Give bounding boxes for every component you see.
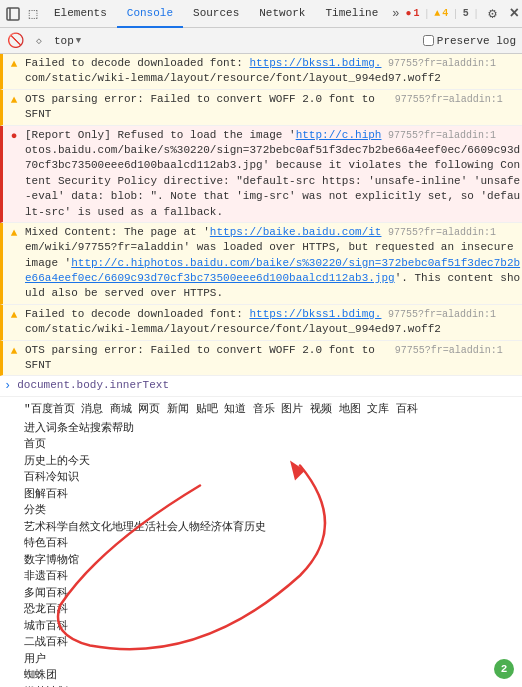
devtools-window: ⬚ Elements Console Sources Network Timel… [0, 0, 522, 687]
inner-text-line: 图解百科 [24, 486, 514, 503]
error-icon: ● [405, 8, 411, 19]
preserve-log-label-text: Preserve log [437, 35, 516, 47]
log-link-0[interactable]: https://bkss1.bdimg. [249, 57, 381, 69]
inner-text-line: 特色百科 [24, 535, 514, 552]
error-count: 1 [414, 8, 420, 19]
error-badge: ● 1 [405, 8, 419, 19]
inner-text-first-line: "百度首页 消息 商城 网页 新闻 贴吧 知道 音乐 图片 视频 地图 文库 百… [24, 401, 514, 418]
inner-text-line: 数字博物馆 [24, 552, 514, 569]
tab-console[interactable]: Console [117, 0, 183, 28]
inner-text-line: 用户 [24, 651, 514, 668]
console-toolbar: 🚫 ⬦ top ▼ Preserve log [0, 28, 522, 54]
inner-text-line: 二战百科 [24, 634, 514, 651]
prompt-line: › document.body.innerText [0, 376, 522, 397]
tab-timeline[interactable]: Timeline [315, 0, 388, 28]
filter-label: top [54, 35, 74, 47]
preserve-log-input[interactable] [423, 35, 434, 46]
inner-text-line: 历史上的今天 [24, 453, 514, 470]
inner-text-line: 恐龙百科 [24, 601, 514, 618]
log-text-5: OTS parsing error: Failed to convert WOF… [25, 343, 522, 374]
inner-text-line: 城市百科 [24, 618, 514, 635]
log-text-2: [Report Only] Refused to load the image … [25, 128, 522, 220]
log-text-4: Failed to decode downloaded font: https:… [25, 307, 522, 338]
warn-icon-4: ▲ [7, 308, 21, 322]
settings-icon[interactable]: ⚙ [483, 5, 501, 23]
inner-text-line: 分类 [24, 502, 514, 519]
warn-icon-1: ▲ [7, 93, 21, 107]
log-entry-5: ▲ OTS parsing error: Failed to convert W… [0, 341, 522, 377]
warn-icon-5: ▲ [7, 344, 21, 358]
log-text-0: Failed to decode downloaded font: https:… [25, 56, 522, 87]
inner-text-output: "百度首页 消息 商城 网页 新闻 贴吧 知道 音乐 图片 视频 地图 文库 百… [0, 397, 522, 687]
inner-text-line: 艺术科学自然文化地理生活社会人物经济体育历史 [24, 519, 514, 536]
cursor-icon[interactable]: ⬚ [24, 5, 42, 23]
inner-text-line: 首页 [24, 436, 514, 453]
dock-icon[interactable] [4, 5, 22, 23]
log-entry-4: ▲ Failed to decode downloaded font: http… [0, 305, 522, 341]
tab-bar: ⬚ Elements Console Sources Network Timel… [0, 0, 522, 28]
log-link-2[interactable]: http://c.hiph [296, 129, 382, 141]
divider3: | [473, 8, 480, 20]
warn-icon-3: ▲ [7, 226, 21, 240]
log-link-3b[interactable]: http://c.hiphotos.baidu.com/baike/s%3022… [25, 257, 520, 284]
prompt-code-text: document.body.innerText [17, 379, 169, 391]
inner-text-line: 百科冷知识 [24, 469, 514, 486]
prompt-arrow-icon: › [4, 379, 11, 393]
log-entry-1: ▲ OTS parsing error: Failed to convert W… [0, 90, 522, 126]
tab-elements[interactable]: Elements [44, 0, 117, 28]
inner-text-line: 多闻百科 [24, 585, 514, 602]
console-content[interactable]: ▲ Failed to decode downloaded font: http… [0, 54, 522, 687]
tab-sources[interactable]: Sources [183, 0, 249, 28]
inner-text-line: 非遗百科 [24, 568, 514, 585]
count-badge: 5 [463, 8, 469, 19]
close-icon[interactable]: × [505, 5, 522, 23]
log-entry-3: ▲ Mixed Content: The page at 'https://ba… [0, 223, 522, 305]
warn-count: 4 [442, 8, 448, 19]
clear-console-icon[interactable]: 🚫 [6, 32, 24, 50]
warn-badge: ▲ 4 [434, 8, 448, 19]
log-entry-0: ▲ Failed to decode downloaded font: http… [0, 54, 522, 90]
log-text-1: OTS parsing error: Failed to convert WOF… [25, 92, 522, 123]
filter-icon[interactable]: ⬦ [30, 32, 48, 50]
log-text-3: Mixed Content: The page at 'https://baik… [25, 225, 522, 302]
log-entry-2: ● [Report Only] Refused to load the imag… [0, 126, 522, 223]
log-link-4[interactable]: https://bkss1.bdimg. [249, 308, 381, 320]
badge-area: ● 1 | ▲ 4 | 5 | ⚙ × [405, 5, 522, 23]
tab-network[interactable]: Network [249, 0, 315, 28]
inner-text-lines: 进入词条全站搜索帮助首页历史上的今天百科冷知识图解百科分类艺术科学自然文化地理生… [24, 420, 514, 687]
error-icon-2: ● [7, 129, 21, 143]
tab-overflow-btn[interactable]: » [388, 0, 403, 28]
preserve-log-checkbox[interactable]: Preserve log [423, 35, 516, 47]
warn-icon-0: ▲ [7, 57, 21, 71]
corner-badge: 2 [494, 659, 514, 679]
svg-rect-0 [7, 8, 19, 20]
log-link-3a[interactable]: https://baike.baidu.com/it [210, 226, 382, 238]
inner-text-line: 蜘蛛团 [24, 667, 514, 684]
divider: | [424, 8, 431, 20]
tabs-container: Elements Console Sources Network Timelin… [44, 0, 403, 28]
inner-text-line: 进入词条全站搜索帮助 [24, 420, 514, 437]
filter-select[interactable]: top ▼ [54, 35, 81, 47]
filter-arrow-icon: ▼ [76, 36, 81, 46]
warn-icon: ▲ [434, 8, 440, 19]
divider2: | [452, 8, 459, 20]
